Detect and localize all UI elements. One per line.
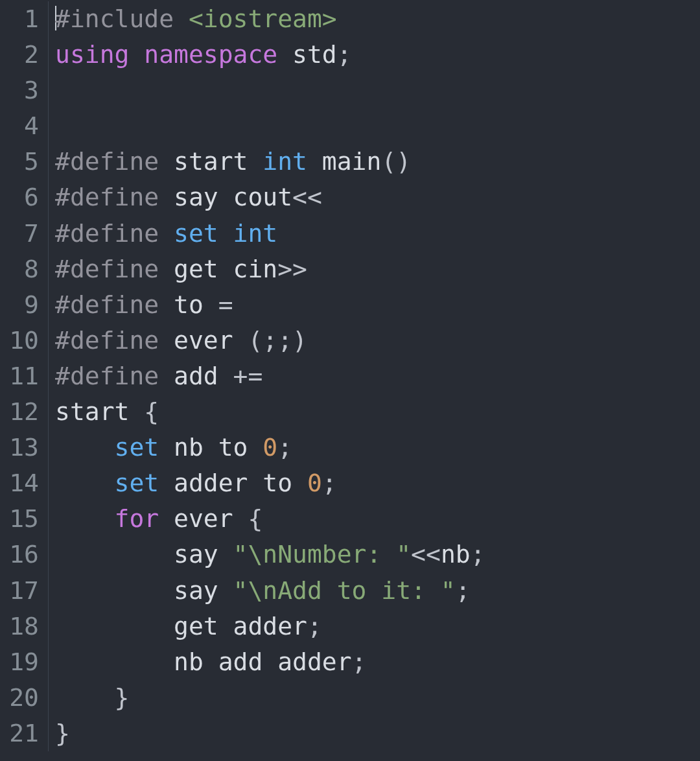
token: define [70,362,174,390]
line-number: 2 [0,37,49,73]
code-line[interactable]: 17 say "\nAdd to it: "; [0,573,700,609]
token [277,40,292,69]
token [55,469,115,497]
code-line[interactable]: 15 for ever { [0,501,700,537]
token [55,504,115,533]
code-line[interactable]: 14 set adder to 0; [0,465,700,501]
token: ever [174,326,248,355]
token: adder to [159,469,307,497]
line-number: 14 [0,465,49,501]
code-line[interactable]: 12start { [0,394,700,430]
token: # [55,326,70,355]
code-content[interactable]: #include <iostream> [49,1,337,37]
line-number: 8 [0,252,49,287]
token: to [174,290,218,319]
code-line[interactable]: 8#define get cin>> [0,252,700,287]
token: ; [277,433,292,462]
line-number: 17 [0,573,49,609]
code-line[interactable]: 19 nb add adder; [0,644,700,680]
code-line[interactable]: 11#define add += [0,358,700,394]
code-content[interactable]: #define get cin>> [49,252,307,287]
code-content[interactable]: for ever { [49,501,262,537]
token [55,433,115,462]
token: std [292,40,337,69]
token: ; [471,540,485,568]
code-line[interactable]: 4 [0,108,700,144]
code-line[interactable]: 2using namespace std; [0,37,700,73]
token: += [233,362,263,390]
token: define [70,255,174,283]
code-content[interactable]: } [49,680,129,716]
token: << [411,540,441,568]
line-number: 3 [0,73,49,108]
code-line[interactable]: 18 get adder; [0,609,700,644]
code-line[interactable]: 3 [0,73,700,108]
token: ; [322,469,337,497]
token: set [174,219,218,248]
token [55,683,115,712]
token: Number: " [277,540,411,568]
code-content[interactable]: #define to = [49,287,233,323]
token: \n [248,576,277,605]
code-content[interactable]: #define add += [49,358,262,394]
token: >> [277,255,307,283]
token: " [233,540,248,568]
code-editor[interactable]: 1#include <iostream>2using namespace std… [0,0,700,751]
token: say [55,576,233,605]
line-number: 13 [0,430,49,465]
line-number: 6 [0,180,49,215]
code-line[interactable]: 20 } [0,680,700,716]
token: { [248,504,262,533]
token: 0 [307,469,322,497]
token: start [55,397,144,426]
code-line[interactable]: 1#include <iostream> [0,1,700,37]
token: # [55,147,70,176]
token: (;;) [248,326,307,355]
code-content[interactable]: #define say cout<< [49,180,322,215]
token: } [55,719,70,747]
token: " [233,576,248,605]
line-number: 16 [0,537,49,572]
token: get [174,255,233,283]
code-content[interactable]: using namespace std; [49,37,352,73]
code-content[interactable]: #define ever (;;) [49,323,307,358]
token: = [218,290,233,319]
token: for [115,504,159,533]
code-content[interactable]: #define set int [49,216,277,252]
code-content[interactable]: say "\nNumber: "<<nb; [49,537,485,572]
token: ever [159,504,248,533]
code-line[interactable]: 21} [0,716,700,751]
code-content[interactable]: } [49,716,70,751]
line-number: 11 [0,358,49,394]
code-content[interactable]: set adder to 0; [49,465,337,501]
token: say [174,183,233,211]
code-content[interactable]: nb add adder; [49,644,366,680]
code-content[interactable]: get adder; [49,609,322,644]
token: # [55,362,70,390]
token: ; [456,576,471,605]
token: ; [337,40,352,69]
code-line[interactable]: 6#define say cout<< [0,180,700,215]
token: () [381,147,411,176]
code-line[interactable]: 9#define to = [0,287,700,323]
line-number: 19 [0,644,49,680]
code-line[interactable]: 13 set nb to 0; [0,430,700,465]
token: nb to [159,433,262,462]
token: cin [233,255,278,283]
line-number: 21 [0,716,49,751]
code-line[interactable]: 7#define set int [0,216,700,252]
code-content[interactable]: set nb to 0; [49,430,292,465]
code-content[interactable]: start { [49,394,159,430]
token: { [144,397,159,426]
code-content[interactable]: #define start int main() [49,144,411,180]
code-line[interactable]: 16 say "\nNumber: "<<nb; [0,537,700,572]
token: \n [248,540,277,568]
code-content[interactable]: say "\nAdd to it: "; [49,573,471,609]
token: <iostream> [189,5,337,33]
line-number: 15 [0,501,49,537]
code-line[interactable]: 10#define ever (;;) [0,323,700,358]
token: # [55,290,70,319]
token: Add to it: " [277,576,456,605]
code-line[interactable]: 5#define start int main() [0,144,700,180]
token: 0 [262,433,277,462]
